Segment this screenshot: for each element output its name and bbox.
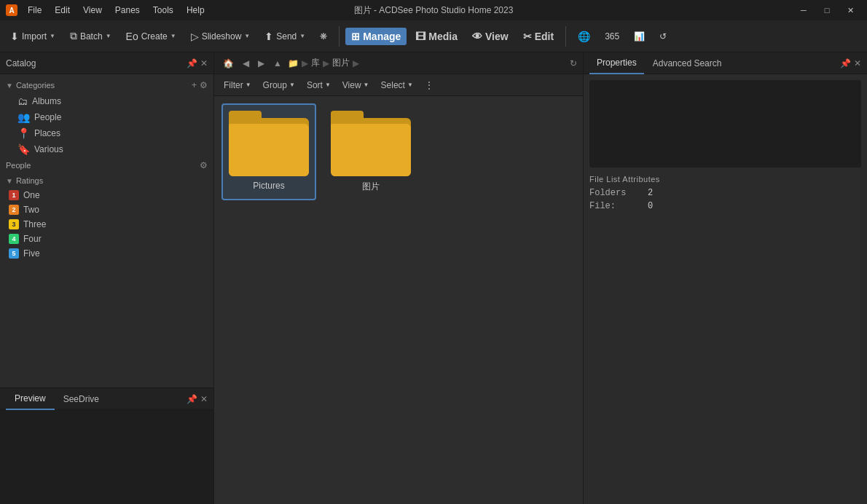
browser-refresh-button[interactable]: ↻ xyxy=(570,58,577,68)
catalog-item-albums[interactable]: 🗂 Albums xyxy=(0,93,213,109)
create-button[interactable]: Eo Create ▼ xyxy=(120,28,182,45)
preview-tabs: Preview SeeDrive xyxy=(6,388,108,410)
rating-num-5: 5 xyxy=(9,248,19,259)
folder-item-chinese[interactable]: 图片 xyxy=(323,103,418,200)
import-dropdown-arrow: ▼ xyxy=(50,33,55,39)
menu-edit[interactable]: Edit xyxy=(49,4,76,17)
albums-label: Albums xyxy=(32,96,61,106)
browser-forward-button[interactable]: ▶ xyxy=(255,57,267,70)
rating-item-2[interactable]: 2 Two xyxy=(0,202,213,217)
rating-label-2: Two xyxy=(23,205,39,215)
attr-files-row: File: 0 xyxy=(589,201,861,211)
ratings-label: Ratings xyxy=(16,176,43,185)
stats-button[interactable]: 📊 xyxy=(628,28,651,44)
import-button[interactable]: ⬇ Import ▼ xyxy=(4,28,61,45)
view-button[interactable]: 👁 View xyxy=(466,28,514,45)
browser-view-button[interactable]: View ▼ xyxy=(337,78,374,92)
select-button[interactable]: Select ▼ xyxy=(376,78,418,92)
rating-item-3[interactable]: 3 Three xyxy=(0,217,213,232)
globe-button[interactable]: 🌐 xyxy=(572,28,596,45)
browser-up-button[interactable]: ▲ xyxy=(270,57,285,70)
edit-icon: ✂ xyxy=(523,31,532,42)
catalog-item-various[interactable]: 🔖 Various xyxy=(0,141,213,157)
menu-help[interactable]: Help xyxy=(181,4,211,17)
menu-tools[interactable]: Tools xyxy=(147,4,179,17)
right-tabs: Properties Advanced Search xyxy=(589,52,729,74)
various-icon: 🔖 xyxy=(17,143,30,155)
separator-1 xyxy=(339,26,340,47)
catalog-header-icons: 📌 ✕ xyxy=(187,58,208,68)
albums-icon: 🗂 xyxy=(17,95,28,107)
minimize-button[interactable]: ─ xyxy=(793,3,815,17)
folder-item-pictures[interactable]: Pictures xyxy=(221,103,316,200)
browser-home-button[interactable]: 🏠 xyxy=(220,57,237,70)
breadcrumb-sep-3: ▶ xyxy=(353,58,359,68)
titlebar-left: A File Edit View Panes Tools Help xyxy=(6,4,211,17)
rating-label-1: One xyxy=(23,190,40,200)
rating-num-2: 2 xyxy=(9,205,19,215)
maximize-button[interactable]: □ xyxy=(816,3,838,17)
catalog-item-places[interactable]: 📍 Places xyxy=(0,125,213,141)
right-header-icons: 📌 ✕ xyxy=(840,58,861,68)
categories-add-icon[interactable]: + xyxy=(192,80,197,90)
rating-item-5[interactable]: 5 Five xyxy=(0,246,213,261)
window-title: 图片 - ACDSee Photo Studio Home 2023 xyxy=(354,4,514,17)
categories-gear-icon[interactable]: ⚙ xyxy=(200,80,208,90)
tab-preview[interactable]: Preview xyxy=(6,388,55,410)
group-button[interactable]: Group ▼ xyxy=(258,78,300,92)
stats-icon: 📊 xyxy=(634,31,645,42)
categories-collapse-icon: ▼ xyxy=(6,82,13,90)
365-button[interactable]: 365 xyxy=(599,28,625,44)
breadcrumb-library[interactable]: 库 xyxy=(311,57,320,69)
batch-button[interactable]: ⧉ Batch ▼ xyxy=(64,27,117,45)
create-dropdown-arrow: ▼ xyxy=(170,33,176,39)
more-options-button[interactable]: ⋮ xyxy=(420,78,439,92)
sort-button[interactable]: Sort ▼ xyxy=(302,78,336,92)
slideshow-button[interactable]: ▷ Slideshow ▼ xyxy=(185,28,256,45)
breadcrumb-sep-1: ▶ xyxy=(302,58,308,68)
catalog-item-people[interactable]: 👥 People xyxy=(0,109,213,125)
send-button[interactable]: ⬆ Send ▼ xyxy=(259,28,311,45)
folder-icon-pictures xyxy=(229,111,309,176)
rating-item-4[interactable]: 4 Four xyxy=(0,232,213,246)
preview-pin-icon[interactable]: 📌 xyxy=(187,394,197,404)
menu-panes[interactable]: Panes xyxy=(109,4,146,17)
filter-button[interactable]: Filter ▼ xyxy=(219,78,256,92)
app-logo: A xyxy=(6,4,17,16)
catalog-pin-icon[interactable]: 📌 xyxy=(187,58,197,68)
browser-back-button[interactable]: ◀ xyxy=(240,57,252,70)
catalog-close-icon[interactable]: ✕ xyxy=(200,58,208,68)
breadcrumb-pictures[interactable]: 图片 xyxy=(332,57,350,69)
send-icon: ⬆ xyxy=(264,31,273,42)
main-layout: Catalog 📌 ✕ ▼ Categories + ⚙ xyxy=(0,52,867,504)
create-icon: Eo xyxy=(126,31,138,42)
manage-button[interactable]: ⊞ Manage xyxy=(345,28,407,45)
media-button[interactable]: 🎞 Media xyxy=(409,28,463,45)
rating-item-1[interactable]: 1 One xyxy=(0,188,213,202)
preview-close-icon[interactable]: ✕ xyxy=(200,394,208,404)
menu-view[interactable]: View xyxy=(77,4,108,17)
tab-advanced-search[interactable]: Advanced Search xyxy=(646,52,729,74)
menu-file[interactable]: File xyxy=(22,4,47,17)
folder-front-2 xyxy=(331,124,411,176)
ratings-section-header[interactable]: ▼ Ratings xyxy=(0,173,213,188)
properties-close-icon[interactable]: ✕ xyxy=(854,58,861,68)
sync-button[interactable]: ↺ xyxy=(654,28,672,44)
properties-pin-icon[interactable]: 📌 xyxy=(840,58,851,68)
sort-dropdown-arrow: ▼ xyxy=(325,82,331,88)
people-gear-icon[interactable]: ⚙ xyxy=(200,160,208,170)
close-button[interactable]: ✕ xyxy=(839,3,861,17)
filter-label: Filter xyxy=(224,80,243,90)
categories-section-header[interactable]: ▼ Categories + ⚙ xyxy=(0,77,213,93)
catalog-panel: Catalog 📌 ✕ ▼ Categories + ⚙ xyxy=(0,52,213,387)
send-dropdown-arrow: ▼ xyxy=(299,33,305,39)
tab-seedrive[interactable]: SeeDrive xyxy=(55,388,108,410)
extra-button[interactable]: ❋ xyxy=(314,28,333,44)
folder-label-pictures: Pictures xyxy=(253,181,284,191)
folders-key: Folders xyxy=(589,188,640,198)
edit-button[interactable]: ✂ Edit xyxy=(517,28,560,45)
batch-dropdown-arrow: ▼ xyxy=(106,33,111,39)
tab-properties[interactable]: Properties xyxy=(589,52,644,74)
globe-icon: 🌐 xyxy=(578,31,590,42)
places-icon: 📍 xyxy=(17,127,30,139)
